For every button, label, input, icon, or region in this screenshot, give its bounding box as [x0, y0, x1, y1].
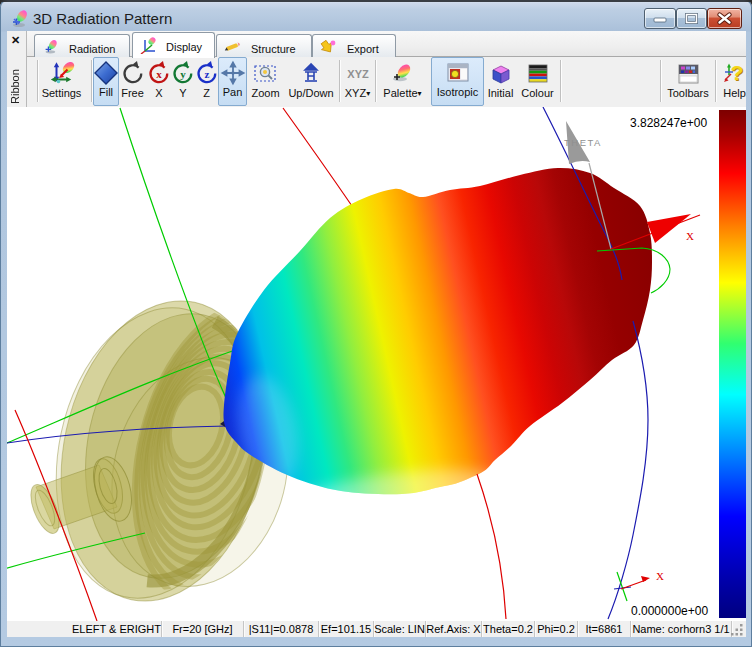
svg-text:z: z — [204, 68, 209, 80]
svg-text:x: x — [156, 68, 162, 80]
svg-text:XYZ: XYZ — [347, 68, 369, 80]
svg-text:0.000000e+00: 0.000000e+00 — [631, 604, 708, 618]
svg-text:?: ? — [730, 61, 743, 84]
svg-text:X: X — [686, 230, 694, 242]
svg-text:THETA: THETA — [564, 137, 602, 148]
svg-text:y: y — [180, 68, 186, 80]
svg-text:X: X — [656, 570, 664, 582]
